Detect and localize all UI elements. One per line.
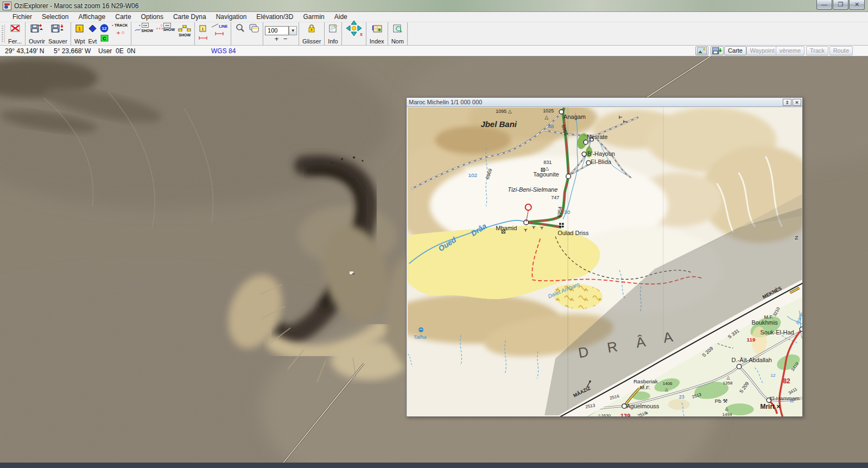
map-label: 1406 [663,381,673,386]
show-waypoint-button[interactable]: ○ ▪▪▪ ° ° °SHOW [155,22,176,45]
michelin-window-titlebar[interactable]: Maroc Michelin 1/1 000 000 ⇕ ✕ [407,98,802,107]
menu-item-navigation[interactable]: Navigation [211,12,252,22]
open-button[interactable]: Ouvrir [27,22,47,45]
zoom-dropdown-arrow[interactable]: ▼ [289,26,297,35]
rollup-icon[interactable]: ⇕ [783,99,791,106]
map-label: Mhamid [496,225,517,231]
map-type-button-track: Track [806,46,828,55]
map-label: 102 [468,172,477,178]
map-label: El-Hammam [769,395,799,401]
menu-item-carte[interactable]: Carte [110,12,136,22]
copy-pages-button[interactable] [247,22,261,45]
zoom-out-button[interactable]: − [281,36,290,42]
map-label: △ [544,115,548,120]
ruler-icon [198,33,208,43]
track-plus-icon: ＋ ○ [115,28,124,37]
restore-button[interactable]: ❐ [833,0,848,10]
toolbar: Fer... Ouvrir Sauver 1 Wpt Evt 12 C ▪ T [0,22,868,46]
map-label: 831 [543,160,552,165]
map-label: Jbel Bani [480,119,517,129]
map-label: △ [665,387,669,392]
show-route-button[interactable]: SHOW [176,22,193,45]
menu-item-selection[interactable]: Selection [37,12,73,22]
image-capture-button[interactable] [695,46,708,55]
map-label: Nesrate [587,134,607,140]
menu-item-options[interactable]: Options [136,12,168,22]
menu-item-affichage[interactable]: Affichage [73,12,110,22]
map-label: 23 [679,394,685,400]
measure-line-button[interactable]: LINE [210,22,229,45]
wp-number-button[interactable]: 12 C [98,22,110,45]
map-label: B'-Hayoun [587,150,615,157]
status-bar: 29° 43,149′ N 5° 23,668′ W User 0E 0N WG… [0,46,868,56]
zoom-in-button[interactable]: + [273,36,281,42]
magnifier-button[interactable] [233,22,247,45]
zoom-level-input[interactable]: 100 [265,26,289,35]
svg-text:1: 1 [201,27,204,31]
svg-text:x: x [360,31,363,36]
map-label: Talha [414,334,427,340]
waypoint-icon: 1 [75,23,84,33]
measure-wpt-button[interactable]: 1 [197,22,210,45]
drag-map-button[interactable]: Glisser [301,22,322,45]
magnifier-icon [235,23,245,33]
track-button[interactable]: ▪ TRACK ＋ ○ [110,22,129,45]
pan-arrows-icon: x [345,23,363,33]
show-track-button[interactable]: ▪ ▪▪▪ SHOW [133,22,155,45]
save-button[interactable]: Sauver [47,22,69,45]
toolbar-grip[interactable] [0,24,5,43]
save-image-button[interactable] [711,46,724,55]
datum-readout: WGS 84 [211,47,236,55]
pages-icon [249,23,259,33]
pan-control[interactable]: x [344,22,364,45]
svg-text:1: 1 [78,26,81,31]
menu-item-fichier[interactable]: Fichier [8,12,37,22]
map-type-button-carte[interactable]: Carte [724,46,746,55]
user-grid-label: User [98,47,112,55]
info-button[interactable]: Info [326,22,339,45]
map-label: △ [727,375,731,380]
map-label: 11 [789,399,794,403]
index-map-button[interactable]: I Index [368,22,386,45]
map-label: M.F. [640,384,650,390]
user-easting: 0E [116,47,124,55]
close-button[interactable]: ✕ [849,0,865,10]
map-label: Souk-El-Had [760,329,794,336]
menu-item-garmin[interactable]: Garmin [298,12,329,22]
comment-icon: C [100,33,109,43]
map-label: 12 [770,373,775,378]
map-label: 6954 [556,206,563,218]
waypoint-button[interactable]: 1 Wpt [73,22,87,45]
satellite-map-canvas[interactable]: Maroc Michelin 1/1 000 000 ⇕ ✕ [0,56,868,468]
map-label: Anagam [563,113,586,120]
map-type-button-waypoint: Waypoint [746,46,778,55]
window-titlebar[interactable]: OziExplorer - Maroc sat zoom 16 N29-W06 … [0,0,868,12]
michelin-map-canvas[interactable]: 1095 △Jbel Bani1025△Anagam486965NesrateB… [408,107,802,416]
padlock-icon [307,23,316,33]
app-icon [3,2,11,10]
map-label: 139 [620,413,630,416]
menu-item-el-vation-3d[interactable]: Elévation/3D [251,12,298,22]
find-name-button[interactable]: Nom [390,22,406,45]
map-label: Mrirt × [760,403,780,410]
save-disk-icon [50,23,65,33]
route-icon [178,23,191,33]
wp-number-icon: 12 [100,23,109,33]
svg-text:I: I [372,24,373,32]
map-label: △ [725,406,729,411]
minimize-button[interactable]: — [816,0,832,10]
close-map-window-icon[interactable]: ✕ [793,99,801,106]
svg-text:C: C [103,35,106,41]
page-one-icon: 1 [199,23,207,33]
map-label: 82 [783,377,790,385]
michelin-map-window: Maroc Michelin 1/1 000 000 ⇕ ✕ [406,97,803,417]
close-map-button[interactable]: Fer... [7,22,23,45]
map-label: Pb ⚒ [715,398,728,404]
map-label: 747 [551,195,559,200]
user-northing: 0N [127,47,135,55]
index-map-icon: I [371,23,383,33]
event-button[interactable]: Evt [86,22,98,45]
window-title: OziExplorer - Maroc sat zoom 16 N29-W06 [14,2,138,10]
menu-item-carte-dyna[interactable]: Carte Dyna [168,12,211,22]
map-label: 1358 [723,381,733,385]
